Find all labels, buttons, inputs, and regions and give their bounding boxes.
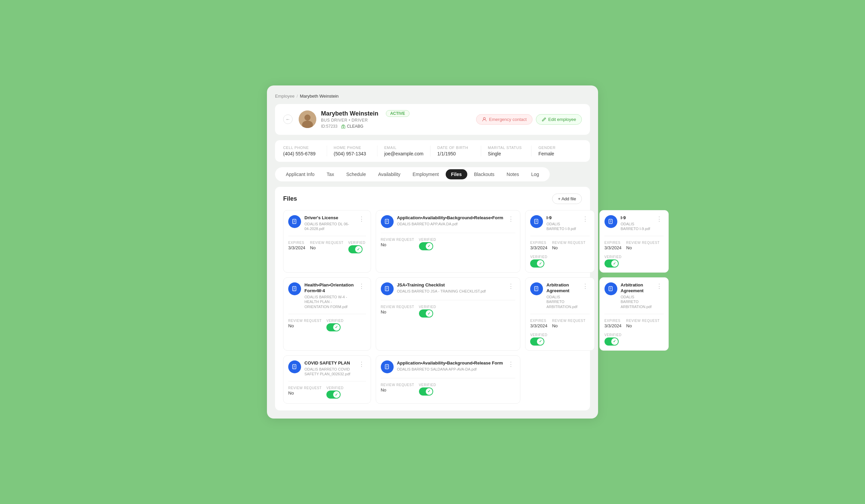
file-card: Arbitration Agreement ODALIS BARRETO ARB…	[525, 277, 595, 351]
file-card: Application•Availability•Background•Rele…	[376, 210, 521, 273]
tab-schedule[interactable]: Schedule	[341, 169, 371, 179]
tab-files[interactable]: Files	[446, 169, 467, 179]
file-icon	[381, 215, 394, 228]
divider	[530, 236, 589, 236]
file-sub: ODALIS BARRETO APP.AVA.DA.pdf	[397, 222, 504, 226]
verified-meta: VERIFIED ✓	[348, 241, 366, 253]
file-info: COVID SAFETY PLAN ODALIS BARRETO COVID S…	[304, 361, 354, 376]
divider	[381, 233, 516, 233]
svg-point-6	[484, 118, 486, 120]
file-name: Health•Plan•Orientation Form•W-4	[304, 282, 354, 294]
file-name: I-9	[546, 215, 577, 221]
detail-gender: GENDER Female	[531, 145, 582, 156]
verified-toggle[interactable]: ✓	[530, 259, 544, 268]
tab-notes[interactable]: Notes	[501, 169, 524, 179]
detail-email: EMAIL joe@example.com	[378, 145, 430, 156]
tab-availability[interactable]: Availability	[373, 169, 406, 179]
file-sub: ODALIS BARRETO SALDANA APP-AVA-DA.pdf	[397, 367, 504, 372]
file-info: I-9 ODALIS BARRETO I-9.pdf	[546, 215, 577, 231]
file-name: Application•Availability•Background•Rele…	[397, 215, 504, 221]
review-meta: REVIEW REQUEST No	[288, 386, 322, 399]
edit-employee-button[interactable]: Edit employee	[536, 114, 582, 125]
verified-meta: VERIFIED ✓	[419, 238, 436, 250]
profile-card: ← Marybeth Weinstein ACTIVE BUS DRIVER •…	[275, 104, 590, 135]
divider	[381, 300, 516, 300]
profile-details: CELL PHONE (404) 555-6789 HOME PHONE (50…	[275, 140, 590, 162]
file-sub: ODALIS BARRETO I-9.pdf	[546, 222, 577, 231]
file-name: Arbitration Agreement	[621, 282, 651, 294]
file-menu-button[interactable]: ⋮	[581, 215, 590, 223]
file-card-top: Application•Availability•Background•Rele…	[381, 215, 516, 228]
file-icon	[530, 215, 543, 228]
file-menu-button[interactable]: ⋮	[507, 361, 515, 368]
verified-toggle[interactable]: ✓	[530, 338, 544, 345]
file-card-top: Arbitration Agreement ODALIS BARRETO ARB…	[604, 282, 664, 309]
file-icon	[288, 215, 301, 228]
verified-toggle[interactable]: ✓	[326, 390, 341, 399]
verified-toggle[interactable]: ✓	[348, 245, 362, 253]
verified-meta: VERIFIED ✓	[530, 255, 547, 268]
file-card: Health•Plan•Orientation Form•W-4 ODALIS …	[283, 277, 371, 351]
review-meta: REVIEW REQUEST No	[552, 319, 586, 328]
tab-applicant-info[interactable]: Applicant Info	[280, 169, 320, 179]
file-menu-button[interactable]: ⋮	[357, 282, 366, 290]
company-badge: CLEABG	[341, 124, 364, 129]
document-icon	[608, 219, 614, 225]
verified-meta: VERIFIED ✓	[604, 255, 622, 268]
document-icon	[384, 219, 390, 225]
file-card-bottom: EXPIRES 3/3/2024 REVIEW REQUEST No VERIF…	[530, 319, 589, 345]
file-card: JSA•Training Checklist ODALIS BARRETO JS…	[376, 277, 521, 351]
file-info: Application•Availability•Background•Rele…	[397, 215, 504, 226]
file-icon	[604, 282, 617, 295]
file-sub: ODALIS BARRETO ARBITRATION.pdf	[621, 295, 651, 309]
tab-blackouts[interactable]: Blackouts	[469, 169, 500, 179]
files-header: Files + Add file	[283, 194, 582, 204]
verified-toggle[interactable]: ✓	[419, 309, 433, 318]
detail-dob: DATE OF BIRTH 1/1/1950	[430, 145, 481, 156]
breadcrumb-parent[interactable]: Employee	[275, 94, 295, 98]
tab-tax[interactable]: Tax	[321, 169, 339, 179]
verified-meta: VERIFIED ✓	[419, 305, 436, 318]
file-menu-button[interactable]: ⋮	[507, 215, 515, 223]
file-card-top: COVID SAFETY PLAN ODALIS BARRETO COVID S…	[288, 361, 366, 376]
document-icon	[292, 219, 298, 225]
file-menu-button[interactable]: ⋮	[507, 282, 515, 290]
file-card-bottom: REVIEW REQUEST No VERIFIED ✓	[381, 305, 516, 318]
expires-meta: EXPIRES 3/3/2024	[288, 241, 305, 253]
document-icon	[292, 286, 298, 292]
file-sub: ODALIS BARRETO DL 06-04-2028.pdf	[304, 222, 354, 231]
verified-toggle[interactable]: ✓	[419, 242, 433, 250]
file-info: Arbitration Agreement ODALIS BARRETO ARB…	[621, 282, 651, 309]
verified-toggle[interactable]: ✓	[604, 259, 619, 268]
file-menu-button[interactable]: ⋮	[357, 361, 366, 368]
tab-log[interactable]: Log	[526, 169, 544, 179]
file-icon	[381, 361, 394, 373]
file-card-top: Health•Plan•Orientation Form•W-4 ODALIS …	[288, 282, 366, 309]
file-name: COVID SAFETY PLAN	[304, 361, 354, 366]
file-menu-button[interactable]: ⋮	[655, 282, 664, 290]
status-badge: ACTIVE	[386, 110, 410, 117]
svg-rect-5	[343, 127, 344, 128]
tab-employment[interactable]: Employment	[407, 169, 444, 179]
divider	[288, 381, 366, 382]
emergency-contact-button[interactable]: Emergency contact	[476, 114, 532, 125]
expires-meta: EXPIRES 3/3/2024	[604, 241, 622, 250]
file-icon	[381, 282, 394, 295]
back-button[interactable]: ←	[283, 115, 292, 124]
file-menu-button[interactable]: ⋮	[357, 215, 366, 223]
detail-marital: MARITAL STATUS Single	[481, 145, 532, 156]
file-menu-button[interactable]: ⋮	[581, 282, 590, 290]
verified-toggle[interactable]: ✓	[419, 387, 433, 396]
file-sub: ODALIS BARRETO ARBITRATION.pdf	[546, 295, 577, 309]
verified-toggle[interactable]: ✓	[326, 323, 341, 331]
verified-toggle[interactable]: ✓	[604, 338, 619, 345]
document-icon	[384, 364, 390, 370]
file-card-bottom: REVIEW REQUEST No VERIFIED ✓	[288, 386, 366, 399]
file-info: Health•Plan•Orientation Form•W-4 ODALIS …	[304, 282, 354, 309]
detail-home-phone: HOME PHONE (504) 957-1343	[327, 145, 378, 156]
file-card-top: I-9 ODALIS BARRETO I-9.pdf ⋮	[604, 215, 664, 231]
divider	[604, 314, 664, 314]
file-menu-button[interactable]: ⋮	[655, 215, 664, 223]
review-meta: REVIEW REQUEST No	[626, 319, 660, 328]
add-file-button[interactable]: + Add file	[552, 194, 582, 204]
